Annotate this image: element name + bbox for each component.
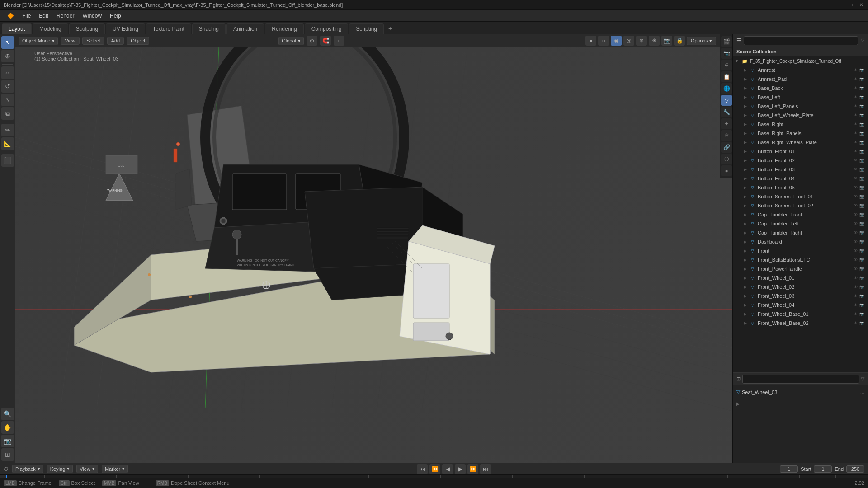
render-visibility-icon[interactable]: 📷 bbox=[859, 321, 864, 325]
material-properties-tab[interactable]: ● bbox=[721, 165, 732, 176]
visibility-icon[interactable]: 👁 bbox=[854, 158, 858, 163]
render-visibility-icon[interactable]: 📷 bbox=[859, 140, 864, 145]
keying-menu[interactable]: Keying ▾ bbox=[47, 465, 73, 473]
viewport-shading-wire[interactable]: ○ bbox=[598, 36, 609, 46]
outliner-item[interactable]: ▶▽Front_Wheel_Base_01👁📷 bbox=[733, 310, 868, 319]
visibility-icon[interactable]: 👁 bbox=[854, 131, 858, 136]
outliner-item[interactable]: ▶▽Button_Screen_Front_01👁📷 bbox=[733, 192, 868, 201]
visibility-icon[interactable]: 👁 bbox=[854, 86, 858, 90]
render-visibility-icon[interactable]: 📷 bbox=[859, 113, 864, 117]
outliner-root-collection[interactable]: ▼ 📁 F_35_Fighter_Cockpit_Simulator_Turne… bbox=[733, 56, 868, 66]
properties-expand-row[interactable]: ▶ bbox=[733, 399, 868, 408]
render-visibility-icon[interactable]: 📷 bbox=[859, 285, 864, 289]
transform-tool[interactable]: ⧉ bbox=[1, 107, 14, 120]
constraints-tab[interactable]: 🔗 bbox=[721, 142, 732, 153]
camera-view[interactable]: 📷 bbox=[661, 36, 672, 46]
render-visibility-icon[interactable]: 📷 bbox=[859, 158, 864, 163]
outliner-item[interactable]: ▶▽Cap_Tumbler_Right👁📷 bbox=[733, 228, 868, 237]
world-properties-tab[interactable]: 🌐 bbox=[721, 83, 732, 94]
outliner-item[interactable]: ▶▽Button_Front_02👁📷 bbox=[733, 156, 868, 165]
start-frame-input[interactable] bbox=[814, 465, 832, 473]
render-visibility-icon[interactable]: 📷 bbox=[859, 185, 864, 190]
visibility-icon[interactable]: 👁 bbox=[854, 167, 858, 172]
view-all-tool[interactable]: 🔍 bbox=[1, 408, 14, 420]
visibility-icon[interactable]: 👁 bbox=[854, 203, 858, 208]
render-visibility-icon[interactable]: 📷 bbox=[859, 194, 864, 199]
snap-toggle[interactable]: 🧲 bbox=[320, 36, 331, 46]
visibility-icon[interactable]: 👁 bbox=[854, 267, 858, 271]
proportional-edit[interactable]: ○ bbox=[334, 36, 344, 46]
render-visibility-icon[interactable]: 📷 bbox=[859, 276, 864, 280]
tab-compositing[interactable]: Compositing bbox=[305, 23, 349, 34]
visibility-icon[interactable]: 👁 bbox=[854, 312, 858, 316]
render-visibility-icon[interactable]: 📷 bbox=[859, 249, 864, 253]
transform-global[interactable]: Global ▾ bbox=[278, 37, 304, 45]
close-button[interactable]: ✕ bbox=[858, 2, 864, 8]
visibility-icon[interactable]: 👁 bbox=[854, 303, 858, 307]
object-menu[interactable]: Object bbox=[127, 37, 149, 45]
lock-camera[interactable]: 🔒 bbox=[674, 36, 685, 46]
modifier-properties-tab[interactable]: 🔧 bbox=[721, 107, 732, 117]
render-menu[interactable]: Render bbox=[53, 12, 78, 20]
scene-properties-tab[interactable]: 🎬 bbox=[721, 36, 732, 47]
outliner-item[interactable]: ▶▽Base_Right_Panels👁📷 bbox=[733, 129, 868, 138]
outliner-item[interactable]: ▶▽Base_Right👁📷 bbox=[733, 120, 868, 129]
render-visibility-icon[interactable]: 📷 bbox=[859, 239, 864, 244]
render-visibility-icon[interactable]: 📷 bbox=[859, 95, 864, 99]
render-visibility-icon[interactable]: 📷 bbox=[859, 203, 864, 208]
annotate-tool[interactable]: ✏ bbox=[1, 124, 14, 136]
visibility-icon[interactable]: 👁 bbox=[854, 276, 858, 280]
outliner-item[interactable]: ▶▽Button_Front_01👁📷 bbox=[733, 147, 868, 156]
tab-modeling[interactable]: Modeling bbox=[33, 23, 68, 34]
visibility-icon[interactable]: 👁 bbox=[854, 221, 858, 226]
blender-menu[interactable]: 🔶 bbox=[4, 12, 18, 20]
outliner-item[interactable]: ▶▽Cap_Tumbler_Left👁📷 bbox=[733, 219, 868, 228]
end-frame-input[interactable] bbox=[846, 465, 864, 473]
render-visibility-icon[interactable]: 📷 bbox=[859, 122, 864, 127]
file-menu[interactable]: File bbox=[19, 12, 34, 20]
output-properties-tab[interactable]: 🖨 bbox=[721, 60, 732, 70]
select-menu[interactable]: Select bbox=[82, 37, 104, 45]
visibility-icon[interactable]: 👁 bbox=[854, 149, 858, 154]
mode-selector[interactable]: Object Mode ▾ bbox=[19, 37, 58, 45]
outliner-item[interactable]: ▶▽Front_Wheel_03👁📷 bbox=[733, 291, 868, 300]
render-visibility-icon[interactable]: 📷 bbox=[859, 230, 864, 235]
render-properties-tab[interactable]: 📷 bbox=[721, 48, 732, 59]
outliner-item[interactable]: ▶▽Button_Front_05👁📷 bbox=[733, 183, 868, 192]
render-visibility-icon[interactable]: 📷 bbox=[859, 176, 864, 181]
jump-start-button[interactable]: ⏮ bbox=[417, 464, 428, 474]
playback-menu[interactable]: Playback ▾ bbox=[12, 465, 43, 473]
scale-tool[interactable]: ⤡ bbox=[1, 94, 14, 106]
render-visibility-icon[interactable]: 📷 bbox=[859, 294, 864, 298]
outliner-item[interactable]: ▶▽Front_PowerHandle👁📷 bbox=[733, 264, 868, 273]
options-button[interactable]: Options ▾ bbox=[687, 37, 716, 45]
outliner-item[interactable]: ▶▽Cap_Tumbler_Front👁📷 bbox=[733, 210, 868, 219]
timeline-view-menu[interactable]: View ▾ bbox=[76, 465, 98, 473]
marker-menu[interactable]: Marker ▾ bbox=[102, 465, 128, 473]
render-visibility-icon[interactable]: 📷 bbox=[859, 86, 864, 90]
outliner-item[interactable]: ▶▽Base_Right_Wheels_Plate👁📷 bbox=[733, 138, 868, 147]
pan-tool[interactable]: ✋ bbox=[1, 421, 14, 434]
render-visibility-icon[interactable]: 📷 bbox=[859, 312, 864, 316]
visibility-icon[interactable]: 👁 bbox=[854, 294, 858, 298]
outliner-item[interactable]: ▶▽Front_Wheel_04👁📷 bbox=[733, 300, 868, 310]
outliner-search[interactable] bbox=[744, 36, 858, 45]
visibility-icon[interactable]: 👁 bbox=[854, 230, 858, 235]
properties-search[interactable] bbox=[742, 375, 859, 384]
outliner-item[interactable]: ▶▽Front_Wheel_Base_02👁📷 bbox=[733, 319, 868, 328]
move-tool[interactable]: ↔ bbox=[1, 66, 14, 79]
outliner-item[interactable]: ▶▽Front_BoltsButtonsETC👁📷 bbox=[733, 255, 868, 264]
outliner-item[interactable]: ▶▽Armrest👁📷 bbox=[733, 66, 868, 75]
visibility-icon[interactable]: 👁 bbox=[854, 249, 858, 253]
outliner-item[interactable]: ▶▽Base_Back👁📷 bbox=[733, 84, 868, 93]
outliner-item[interactable]: ▶▽Button_Front_03👁📷 bbox=[733, 165, 868, 174]
tab-layout[interactable]: Layout bbox=[2, 23, 32, 34]
select-tool[interactable]: ↖ bbox=[1, 36, 14, 49]
transform-pivot[interactable]: ⊙ bbox=[307, 36, 317, 46]
outliner-item[interactable]: ▶▽Front_Wheel_02👁📷 bbox=[733, 282, 868, 291]
render-visibility-icon[interactable]: 📷 bbox=[859, 149, 864, 154]
rotate-tool[interactable]: ↺ bbox=[1, 80, 14, 93]
viewport-shading-solid[interactable]: ● bbox=[585, 36, 596, 46]
properties-expand-icon[interactable]: ▶ bbox=[736, 401, 740, 406]
measure-tool[interactable]: 📐 bbox=[1, 137, 14, 150]
